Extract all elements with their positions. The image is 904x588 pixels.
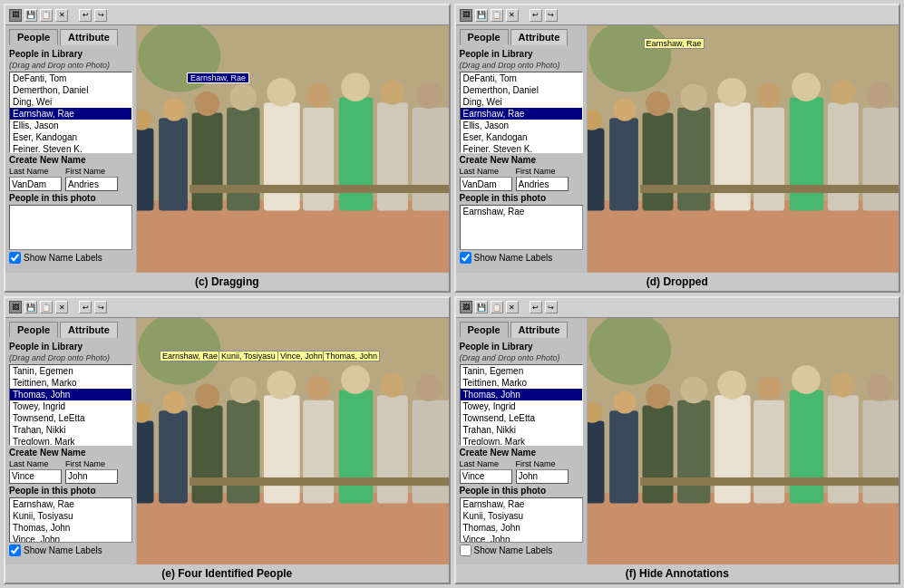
photo-list-f[interactable]: Earnshaw, Rae Kunii, Tosiyasu Thomas, Jo… [460,497,583,543]
save-btn-c[interactable]: 💾 [24,9,37,22]
copy-btn-e[interactable]: 📋 [40,301,53,313]
undo-btn-e[interactable]: ↩ [79,301,92,313]
tab-attribute-d[interactable]: Attribute [510,29,569,45]
firstname-input-c[interactable] [65,177,118,191]
close-btn-f[interactable]: ✕ [506,301,519,313]
library-list-c[interactable]: DeFanti, Tom Demerthon, Daniel Ding, Wei… [9,72,132,153]
firstname-input-f[interactable] [516,469,569,484]
undo-btn-f[interactable]: ↩ [530,301,542,313]
photo-person-f-0[interactable]: Earnshaw, Rae [461,498,582,510]
firstname-label-c: First Name [65,167,118,176]
save-btn-d[interactable]: 💾 [475,9,488,22]
list-item-d-1[interactable]: Demerthon, Daniel [461,84,582,96]
undo-btn-c[interactable]: ↩ [79,9,92,22]
photo-list-e[interactable]: Earnshaw, Rae Kunii, Tosiyasu Thomas, Jo… [9,497,132,543]
lastname-input-f[interactable] [460,469,512,484]
show-labels-checkbox-e[interactable] [9,545,21,556]
list-item-c-5[interactable]: Eser, Kandogan [10,131,131,143]
library-list-f[interactable]: Tanin, Egemen Teittinen, Marko Thomas, J… [460,364,583,446]
list-item-e-0[interactable]: Tanin, Egemen [10,365,131,377]
library-list-d[interactable]: DeFanti, Tom Demerthon, Daniel Ding, Wei… [460,72,583,153]
photo-person-e-3[interactable]: Vince, John [10,534,131,543]
list-item-c-0[interactable]: DeFanti, Tom [10,72,131,84]
copy-btn-c[interactable]: 📋 [40,9,53,22]
svg-rect-31 [789,97,822,210]
redo-btn-f[interactable]: ↪ [545,301,558,313]
lastname-input-e[interactable] [9,469,62,484]
list-item-e-4[interactable]: Townsend, LeEtta [10,412,131,424]
photo-list-d[interactable]: Earnshaw, Rae [460,205,583,250]
photo-person-e-2[interactable]: Thomas, John [10,522,131,534]
undo-btn-d[interactable]: ↩ [530,9,542,22]
svg-rect-6 [227,108,259,211]
list-item-c-4[interactable]: Ellis, Jason [10,120,131,131]
svg-point-63 [341,365,370,394]
svg-rect-28 [677,108,710,211]
redo-btn-d[interactable]: ↪ [545,9,558,22]
photo-person-e-0[interactable]: Earnshaw, Rae [10,498,131,510]
list-item-e-3[interactable]: Towey, Ingrid [10,400,131,412]
list-item-c-1[interactable]: Demerthon, Daniel [10,84,131,96]
svg-rect-53 [339,390,373,503]
drag-label-f: (Drag and Drop onto Photo) [460,353,583,362]
save-btn-e[interactable]: 💾 [24,301,37,313]
close-btn-d[interactable]: ✕ [506,9,519,22]
show-labels-checkbox-d[interactable] [460,252,471,264]
list-item-d-6[interactable]: Feiner, Steven K. [461,143,582,153]
tab-people-f[interactable]: People [460,322,509,338]
redo-btn-e[interactable]: ↪ [94,301,107,313]
svg-rect-10 [377,102,408,210]
photo-list-c[interactable] [9,205,132,250]
list-item-c-3[interactable]: Earnshaw, Rae [10,108,131,120]
firstname-col-c: First Name [65,167,118,191]
tab-attribute-f[interactable]: Attribute [510,322,569,338]
list-item-d-2[interactable]: Ding, Wei [461,96,582,108]
photo-person-f-1[interactable]: Kunii, Tosiyasu [461,510,582,522]
library-list-e[interactable]: Tanin, Egemen Teittinen, Marko Thomas, J… [9,364,132,446]
list-item-d-5[interactable]: Eser, Kandogan [461,131,582,143]
list-item-f-2[interactable]: Thomas, John [461,389,582,400]
list-item-c-6[interactable]: Feiner, Steven K. [10,143,131,153]
list-item-e-5[interactable]: Trahan, Nikki [10,424,131,436]
photo-person-f-2[interactable]: Thomas, John [461,522,582,534]
lastname-col-c: Last Name [9,167,62,191]
list-item-e-6[interactable]: Treglown, Mark [10,436,131,446]
list-item-e-1[interactable]: Teittinen, Marko [10,377,131,389]
tab-people-c[interactable]: People [9,29,58,45]
list-item-e-2[interactable]: Thomas, John [10,389,131,400]
photo-person-d-0[interactable]: Earnshaw, Rae [461,206,582,217]
list-item-f-4[interactable]: Townsend, LeEtta [461,412,582,424]
svg-point-40 [756,83,781,108]
tab-people-e[interactable]: People [9,322,58,338]
photo-person-f-3[interactable]: Vince, John [461,534,582,543]
close-btn-c[interactable]: ✕ [55,9,68,22]
copy-btn-d[interactable]: 📋 [491,9,503,22]
list-item-f-6[interactable]: Treglown, Mark [461,436,582,446]
lastname-input-d[interactable] [460,177,512,191]
copy-btn-f[interactable]: 📋 [491,301,503,313]
list-item-c-2[interactable]: Ding, Wei [10,96,131,108]
firstname-input-d[interactable] [516,177,569,191]
tab-attribute-c[interactable]: Attribute [60,29,118,45]
redo-btn-c[interactable]: ↪ [94,9,107,22]
svg-rect-56 [190,477,448,485]
show-labels-checkbox-c[interactable] [9,252,21,264]
list-item-d-3[interactable]: Earnshaw, Rae [461,108,582,120]
photo-person-e-1[interactable]: Kunii, Tosiyasu [10,510,131,522]
list-item-d-0[interactable]: DeFanti, Tom [461,72,582,84]
list-item-f-5[interactable]: Trahan, Nikki [461,424,582,436]
drag-name-label-c: Earnshaw, Rae [187,72,249,83]
list-item-f-3[interactable]: Towey, Ingrid [461,400,582,412]
list-item-d-4[interactable]: Ellis, Jason [461,120,582,131]
show-labels-checkbox-f[interactable] [460,545,471,556]
list-item-f-1[interactable]: Teittinen, Marko [461,377,582,389]
save-btn-f[interactable]: 💾 [475,301,488,313]
svg-rect-71 [642,405,673,503]
tab-people-d[interactable]: People [460,29,509,45]
tab-attribute-e[interactable]: Attribute [60,322,118,338]
lastname-input-c[interactable] [9,177,62,191]
list-item-f-0[interactable]: Tanin, Egemen [461,365,582,377]
close-btn-e[interactable]: ✕ [55,301,68,313]
firstname-input-e[interactable] [65,469,118,484]
svg-rect-29 [714,102,750,210]
